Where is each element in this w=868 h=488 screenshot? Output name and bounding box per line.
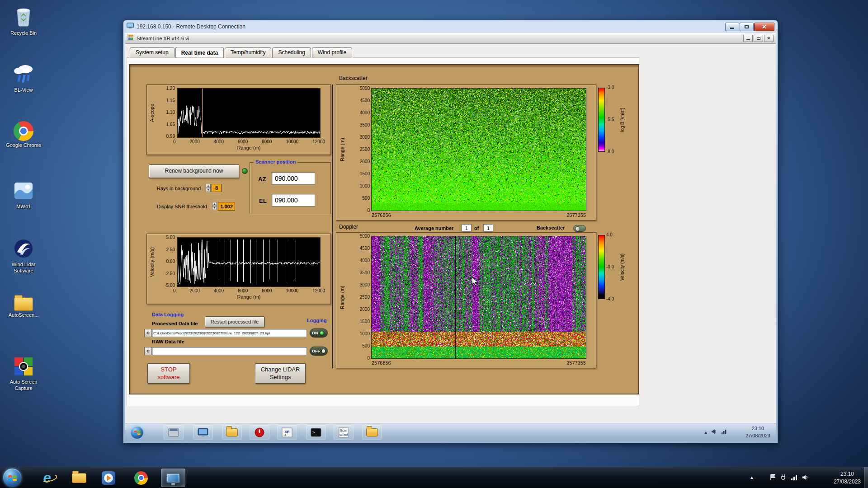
remote-taskbar-app-window-icon[interactable] — [164, 425, 184, 440]
tick-label: -2.50 — [165, 272, 175, 276]
spinner-up-icon[interactable]: ▲ — [212, 202, 217, 206]
tab-temp-humidity[interactable]: Temp/humidity — [225, 47, 271, 57]
backscatter-colorbar — [598, 88, 605, 152]
taskbar-google-chrome[interactable] — [129, 469, 153, 487]
raw-logging-toggle-off[interactable]: OFF — [310, 347, 328, 356]
tab-system-setup[interactable]: System setup — [130, 47, 175, 57]
snr-value-box[interactable]: 1.002 — [218, 202, 235, 211]
auto-screen-capture-icon — [14, 357, 33, 378]
raw-drive-box[interactable]: C — [144, 347, 152, 355]
tick-label: -8.0 — [606, 150, 619, 154]
desktop-icon-wind-lidar[interactable]: Wind Lidar Software — [3, 239, 44, 274]
rdp-titlebar[interactable]: 192.168.0.150 - Remote Desktop Connectio… — [123, 20, 778, 33]
tick-label: 0 — [367, 356, 370, 361]
taskbar-windows-explorer[interactable] — [67, 469, 91, 487]
remote-start-button[interactable] — [131, 426, 143, 439]
tick-label: 10000 — [286, 139, 298, 144]
doppler-chart-group: Range (m) 500045004000350030002500200015… — [336, 232, 596, 368]
rdp-window-title: 192.168.0.150 - Remote Desktop Connectio… — [137, 23, 245, 30]
processed-logging-toggle-on[interactable]: ON — [310, 328, 328, 338]
app-minimize-button[interactable] — [743, 35, 753, 42]
tick-label: -4.0 — [606, 297, 619, 301]
taskbar-internet-explorer[interactable]: e — [35, 469, 59, 487]
tab-wind-profile[interactable]: Wind profile — [312, 47, 352, 57]
action-center-flag-icon[interactable] — [770, 474, 776, 482]
data-logging-title: Data Logging — [152, 312, 184, 317]
host-clock[interactable]: 23:10 27/08/2023 — [834, 470, 861, 486]
volume-icon[interactable] — [802, 474, 808, 482]
snr-spinner[interactable]: ▲▼ — [212, 202, 217, 210]
remote-clock[interactable]: 23:10 27/08/2023 — [745, 425, 770, 440]
app-titlebar[interactable]: StreamLine XR v14-6.vi ✕ — [125, 33, 776, 44]
backscatter-toggle[interactable] — [573, 225, 586, 232]
rdp-maximize-button[interactable] — [740, 23, 754, 31]
tick-label: 500 — [362, 344, 370, 348]
doppler-x-end: 2577355 — [566, 360, 586, 366]
remote-taskbar-xr-tool-icon[interactable]: XR — [277, 425, 297, 440]
rays-value-box[interactable]: 8 — [212, 184, 222, 192]
az-input[interactable]: 090.000 — [272, 172, 315, 185]
desktop-icon-google-chrome[interactable]: Google Chrome — [3, 121, 44, 149]
spinner-up-icon[interactable]: ▲ — [206, 184, 211, 188]
close-icon: ✕ — [767, 36, 770, 41]
average-total-box[interactable]: 1 — [483, 224, 493, 232]
remote-taskbar-folder-icon[interactable] — [222, 425, 242, 440]
remote-taskbar-scan-scheduler-icon[interactable]: Scansched — [334, 425, 354, 440]
tray-show-hidden-icons[interactable]: ▲ — [750, 475, 754, 480]
tick-label: 0 — [367, 208, 370, 213]
app-restore-button[interactable] — [754, 35, 763, 42]
desktop-icon-mw41[interactable]: MW41 — [3, 181, 44, 210]
host-start-button[interactable] — [3, 469, 21, 487]
taskbar-remote-desktop-active[interactable] — [161, 469, 185, 487]
taskbar-windows-media-player[interactable] — [96, 469, 121, 487]
remote-taskbar-stop-power-icon[interactable] — [250, 425, 269, 440]
raw-path-input[interactable] — [152, 347, 307, 355]
restart-processed-file-label: Restart processed file — [211, 319, 259, 325]
desktop-icon-bl-view[interactable]: BL-View — [3, 63, 44, 94]
restart-processed-file-button[interactable]: Restart processed file — [205, 316, 264, 327]
tick-label: 5000 — [360, 86, 370, 91]
volume-icon[interactable] — [711, 429, 717, 435]
mouse-cursor — [472, 277, 478, 288]
tick-label: 3500 — [360, 271, 370, 275]
tick-label: 8000 — [262, 139, 272, 144]
show-desktop-button[interactable] — [864, 467, 868, 488]
network-icon[interactable] — [721, 429, 727, 435]
power-icon[interactable] — [780, 474, 786, 482]
tick-label: 1.15 — [166, 99, 175, 103]
remote-taskbar-display-settings-icon[interactable] — [193, 425, 213, 440]
tick-label: 3000 — [360, 283, 370, 287]
spinner-down-icon[interactable]: ▼ — [206, 188, 211, 192]
el-input[interactable]: 090.000 — [272, 194, 315, 206]
average-number-box[interactable]: 1 — [462, 224, 472, 232]
rdp-minimize-button[interactable] — [725, 23, 739, 31]
desktop-icon-autoscreen[interactable]: AutoScreen... — [3, 297, 44, 319]
internet-explorer-icon: e — [43, 470, 51, 486]
maximize-icon — [745, 25, 749, 28]
tab-real-time-data[interactable]: Real time data — [175, 47, 224, 58]
ascope-chart-group: A-scope 1.201.151.101.050.99 02000400060… — [146, 84, 331, 155]
tray-expand-icon[interactable]: ▴ — [704, 429, 707, 435]
processed-path-input[interactable]: C:\Lidar\Data\Proc\2023\202308\20230827\… — [152, 329, 307, 337]
renew-background-button[interactable]: Renew background now — [149, 164, 239, 178]
remote-taskbar-files-folder-icon[interactable] — [362, 425, 382, 440]
desktop-icon-label: Auto Screen Capture — [3, 379, 44, 392]
processed-drive-box[interactable]: C — [144, 329, 152, 337]
network-icon[interactable] — [791, 474, 797, 482]
rdp-close-button[interactable]: ✕ — [754, 23, 774, 31]
desktop-icon-label: BL-View — [14, 87, 33, 94]
change-lidar-settings-button[interactable]: Change LiDAR Settings — [255, 363, 306, 384]
desktop-icon-label: Wind Lidar Software — [3, 262, 44, 274]
app-close-button[interactable]: ✕ — [764, 35, 774, 42]
remote-taskbar-console-icon[interactable]: >_ — [306, 425, 326, 440]
ascope-x-ticks: 020004000600080001000012000 — [173, 139, 325, 144]
spinner-down-icon[interactable]: ▼ — [212, 206, 217, 210]
rays-spinner[interactable]: ▲▼ — [206, 184, 211, 192]
tab-scheduling[interactable]: Scheduling — [272, 47, 311, 57]
velocity-x-ticks: 020004000600080001000012000 — [173, 288, 325, 293]
ascope-y-ticks: 1.201.151.101.050.99 — [158, 86, 175, 139]
desktop-icon-recycle-bin[interactable]: Recycle Bin — [3, 6, 44, 37]
stop-software-button[interactable]: STOP software — [147, 363, 190, 384]
raw-data-file-label: RAW Data file — [152, 339, 184, 344]
desktop-icon-auto-screen-capture[interactable]: Auto Screen Capture — [3, 357, 44, 392]
